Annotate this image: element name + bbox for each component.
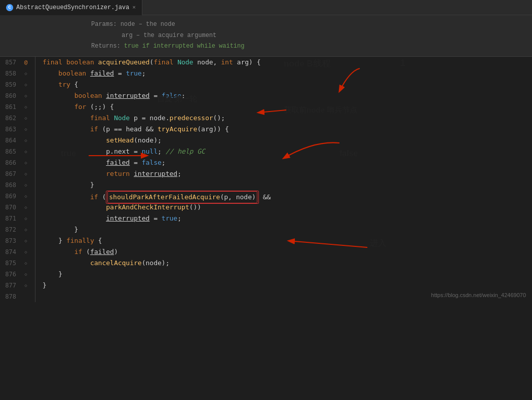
file-tab[interactable]: C AbstractQueuedSynchronizer.java ×: [0, 0, 142, 15]
line-marker: ◇: [20, 90, 31, 101]
code-line: }: [43, 224, 532, 235]
code-line: if (p == head && tryAcquire(arg)) {: [43, 124, 532, 135]
doc-header: Params: node – the node arg – the acquir…: [0, 15, 532, 57]
line-marker: ◇: [20, 202, 31, 213]
code-line: failed = false;: [43, 157, 532, 168]
line-number: 878: [0, 291, 20, 302]
line-marker: ◇: [20, 124, 31, 135]
line-marker: ◇: [20, 146, 31, 157]
line-marker: ◇: [20, 258, 31, 269]
code-col: final boolean acquireQueued(final Node n…: [35, 57, 532, 302]
line-number: 865: [0, 146, 20, 157]
code-line: return interrupted;: [43, 168, 532, 179]
line-marker: ◇: [20, 224, 31, 235]
code-line: cancelAcquire(node);: [43, 258, 532, 269]
returns-text: true if interrupted while waiting: [124, 43, 245, 50]
watermark: https://blog.csdn.net/weixin_42469070: [431, 292, 526, 298]
line-marker: ◇: [20, 179, 31, 191]
line-number: 871: [0, 213, 20, 224]
line-marker: ◇: [20, 235, 31, 246]
line-number: 876: [0, 269, 20, 280]
line-marker: ◇: [20, 213, 31, 224]
code-line: if (shouldParkAfterFailedAcquire(p, node…: [43, 191, 532, 202]
line-marker: ◇: [20, 269, 31, 280]
code-area: 857@858◇859◇860◇861◇862◇863◇864◇865◇866◇…: [0, 57, 532, 302]
line-marker: ◇: [20, 168, 31, 179]
line-number: 860: [0, 90, 20, 101]
line-marker: ◇: [20, 68, 31, 79]
tab-bar: C AbstractQueuedSynchronizer.java ×: [0, 0, 532, 15]
line-numbers-col: 857@858◇859◇860◇861◇862◇863◇864◇865◇866◇…: [0, 57, 35, 302]
code-line: }: [43, 280, 532, 291]
code-line: boolean failed = true;: [43, 68, 532, 79]
java-file-icon: C: [6, 4, 13, 11]
line-number: 859: [0, 79, 20, 90]
doc-params-line1: Params: node – the node: [91, 19, 532, 30]
returns-label: Returns:: [91, 43, 121, 50]
code-line: if (failed): [43, 246, 532, 258]
line-marker: ◇: [20, 79, 31, 90]
code-line: setHead(node);: [43, 135, 532, 146]
line-marker: ◇: [20, 246, 31, 258]
line-number: 864: [0, 135, 20, 146]
code-line: }: [43, 269, 532, 280]
line-marker: ◇: [20, 113, 31, 124]
code-line: final Node p = node.predecessor();: [43, 113, 532, 124]
tab-filename: AbstractQueuedSynchronizer.java: [16, 4, 129, 11]
line-number: 868: [0, 179, 20, 191]
line-number: 862: [0, 113, 20, 124]
code-line: interrupted = true;: [43, 213, 532, 224]
line-marker: ◇: [20, 191, 31, 202]
line-marker: ◇: [20, 101, 31, 113]
line-number: 857: [0, 57, 20, 68]
code-line: parkAndCheckInterrupt()): [43, 202, 532, 213]
line-marker: ◇: [20, 135, 31, 146]
line-number: 873: [0, 235, 20, 246]
doc-returns-line: Returns: true if interrupted while waiti…: [91, 41, 532, 52]
doc-params-line2: arg – the acquire argument: [91, 30, 532, 42]
params-label: Params:: [91, 21, 117, 28]
param1-text: node – the node: [121, 21, 175, 28]
line-number: 875: [0, 258, 20, 269]
code-line: boolean interrupted = false;: [43, 90, 532, 101]
code-line: } finally {: [43, 235, 532, 246]
line-number: 858: [0, 68, 20, 79]
line-number: 866: [0, 157, 20, 168]
code-line: final boolean acquireQueued(final Node n…: [43, 57, 532, 68]
code-line: for (;;) {: [43, 101, 532, 113]
line-number: 874: [0, 246, 20, 258]
line-marker: ◇: [20, 280, 31, 291]
line-number: 872: [0, 224, 20, 235]
line-number: 870: [0, 202, 20, 213]
line-number: 863: [0, 124, 20, 135]
code-line: p.next = null; // help GC: [43, 146, 532, 157]
line-marker: ◇: [20, 157, 31, 168]
line-number: 867: [0, 168, 20, 179]
line-marker: @: [20, 57, 31, 68]
line-number: 861: [0, 101, 20, 113]
code-line: }: [43, 179, 532, 191]
tab-close-button[interactable]: ×: [132, 5, 136, 11]
line-number: 869: [0, 191, 20, 202]
param2-text: arg – the acquire argument: [122, 32, 216, 39]
line-number: 877: [0, 280, 20, 291]
code-line: try {: [43, 79, 532, 90]
